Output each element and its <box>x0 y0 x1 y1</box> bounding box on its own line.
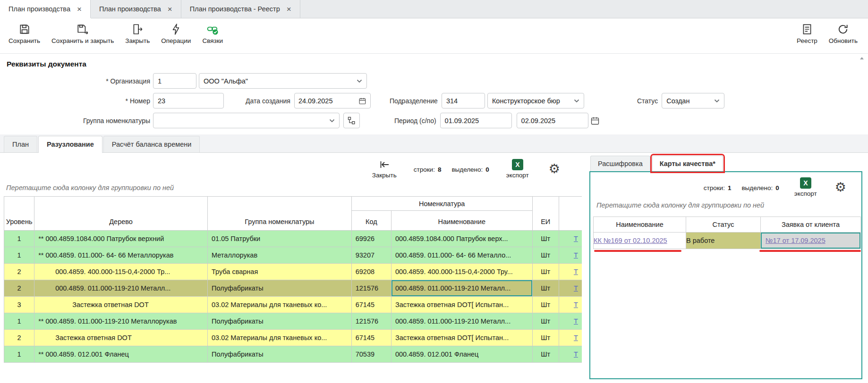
operations-button[interactable]: Операции <box>155 21 196 46</box>
export-button[interactable]: X экспорт <box>503 158 532 179</box>
number-label: * Номер <box>7 97 153 105</box>
close-icon[interactable]: × <box>287 5 291 13</box>
col-header-t[interactable] <box>559 197 582 231</box>
col-header-unit[interactable]: ЕИ <box>532 197 559 231</box>
refresh-button[interactable]: Обновить <box>823 21 863 46</box>
organization-select[interactable]: ООО "Альфа" <box>199 73 367 89</box>
tab-razuzlovanie[interactable]: Разузлование <box>38 136 102 153</box>
table-row[interactable]: 1 ** 000.4859. 012.001 Фланец Полуфабрик… <box>4 346 582 363</box>
refresh-icon <box>837 23 849 35</box>
rows-count-value: 1 <box>728 184 732 192</box>
client-request-link[interactable]: №17 от 17.09.2025 <box>766 237 825 244</box>
status-cell: В работе <box>686 233 761 249</box>
quality-counters: строки: 1 выделено: 0 <box>704 184 779 192</box>
table-row-selected[interactable]: 2 000.4859. 011.000-119-210 Металл... По… <box>4 280 582 297</box>
operations-label: Операции <box>161 37 191 44</box>
grid-close-button[interactable]: Закрыть <box>369 158 400 179</box>
quality-panel-tabs: Расшифровка Карты качества* <box>589 153 862 171</box>
col-header-group[interactable]: Группа номенклатуры <box>208 197 352 231</box>
table-row[interactable]: 1 ** 000.4859.1084.000 Патрубок верхний … <box>4 231 582 247</box>
focused-cell[interactable]: №17 от 17.09.2025 <box>761 233 860 249</box>
quality-cards-table: Наименование Статус Заявка от клиента КК… <box>593 216 861 249</box>
tech-card-link[interactable]: Т <box>574 334 578 341</box>
col-header-status[interactable]: Статус <box>686 217 761 233</box>
save-and-close-button[interactable]: Сохранить и закрыть <box>46 21 119 46</box>
group-tree-button[interactable] <box>343 113 360 128</box>
number-input[interactable] <box>153 93 224 108</box>
links-button[interactable]: Связки <box>196 21 229 46</box>
table-row[interactable]: 2 Застежка ответная DOT 03.02 Материалы … <box>4 330 582 346</box>
division-label: Подразделение <box>390 97 438 105</box>
status-select-value: Создан <box>666 97 689 105</box>
close-icon[interactable]: × <box>168 5 172 13</box>
browser-tab-plan-2[interactable]: План производства × <box>91 0 181 18</box>
table-row[interactable]: 3 Застежка ответная DOT 03.02 Материалы … <box>4 297 582 313</box>
col-header-nomenclature[interactable]: Номенклатура <box>351 197 532 211</box>
quality-toolbar: строки: 1 выделено: 0 X экспорт ⚙ <box>590 173 861 198</box>
table-row[interactable]: 1 ** 000.4859. 011.000-119-210 Металлору… <box>4 313 582 330</box>
tech-card-link[interactable]: Т <box>574 350 578 358</box>
tech-card-link[interactable]: Т <box>574 284 578 292</box>
quality-card-link[interactable]: КК №169 от 02.10.2025 <box>594 237 667 244</box>
tab-time-balance[interactable]: Расчёт баланса времени <box>103 136 200 152</box>
status-label: Статус <box>637 97 658 105</box>
tech-card-link[interactable]: Т <box>574 235 578 242</box>
quality-card-row[interactable]: КК №169 от 02.10.2025 В работе №17 от 17… <box>594 233 861 249</box>
focused-cell[interactable]: 000.4859. 011.000-119-210 Металл... <box>391 280 532 297</box>
save-and-close-icon <box>77 23 89 35</box>
col-header-name[interactable]: Наименование <box>391 211 532 231</box>
chevron-down-icon <box>714 99 720 103</box>
division-select[interactable]: Конструкторское бюр <box>487 93 584 108</box>
period-to-input[interactable] <box>517 113 588 128</box>
explosion-panel: Закрыть строки: 8 выделено: 0 X экспорт … <box>0 153 582 383</box>
explosion-table: Уровень Дерево Группа номенклатуры Номен… <box>4 196 582 363</box>
col-header-level[interactable]: Уровень <box>4 197 34 231</box>
tab-quality-cards[interactable]: Карты качества* <box>652 156 723 171</box>
rows-count-value: 8 <box>438 166 442 173</box>
annotation-underline <box>594 250 681 252</box>
content-panels: Закрыть строки: 8 выделено: 0 X экспорт … <box>0 153 868 383</box>
selected-count-label: выделено: <box>451 166 483 173</box>
close-icon[interactable]: × <box>77 5 82 13</box>
browser-tab-registry[interactable]: План производства - Реестр × <box>181 0 300 18</box>
division-code-input[interactable] <box>442 93 485 108</box>
tech-card-link[interactable]: Т <box>574 301 578 308</box>
groupby-hint: Перетащите сюда колонку для группировки … <box>590 198 861 214</box>
tab-plan[interactable]: План <box>4 136 37 152</box>
gear-icon[interactable]: ⚙ <box>546 162 563 176</box>
tab-rasshifrovka[interactable]: Расшифровка <box>590 156 650 171</box>
col-header-client-request[interactable]: Заявка от клиента <box>761 217 861 233</box>
save-button[interactable]: Сохранить <box>3 21 46 46</box>
gear-icon[interactable]: ⚙ <box>832 181 849 194</box>
browser-tab-label: План производства <box>9 5 70 13</box>
division-select-value: Конструкторское бюр <box>492 97 560 105</box>
links-label: Связки <box>202 37 223 44</box>
created-date-field[interactable] <box>294 93 371 108</box>
tech-card-link[interactable]: Т <box>574 317 578 325</box>
tech-card-link[interactable]: Т <box>574 251 578 259</box>
status-select[interactable]: Создан <box>662 93 724 108</box>
created-date-input[interactable] <box>298 97 356 105</box>
col-header-name[interactable]: Наименование <box>594 217 686 233</box>
close-document-button[interactable]: Закрыть <box>119 21 155 46</box>
period-calendar-button[interactable] <box>588 113 602 128</box>
col-header-code[interactable]: Код <box>351 211 391 231</box>
collapse-section-icon[interactable] <box>859 54 864 61</box>
export-button[interactable]: X экспорт <box>791 177 820 198</box>
registry-button[interactable]: Реестр <box>791 21 823 46</box>
groupby-hint: Перетащите сюда колонку для группировки … <box>0 180 582 196</box>
nomenclature-group-select[interactable] <box>153 113 340 128</box>
quality-panel: Расшифровка Карты качества* строки: 1 вы… <box>589 153 862 379</box>
organization-code-input[interactable] <box>153 73 196 89</box>
calendar-icon[interactable] <box>358 96 366 106</box>
period-from-input[interactable] <box>440 113 512 128</box>
tech-card-link[interactable]: Т <box>574 268 578 275</box>
links-check-icon <box>206 23 219 35</box>
col-header-tree[interactable]: Дерево <box>34 197 208 231</box>
table-row[interactable]: 1 ** 000.4859. 011.000- 64- 66 Металлору… <box>4 247 582 264</box>
form-row-organization: * Организация ООО "Альфа" <box>7 73 868 89</box>
tree-icon <box>347 116 357 125</box>
table-row[interactable]: 2 000.4859. 400.000-115-0,4-2000 Тр... Т… <box>4 264 582 280</box>
browser-tab-plan-1[interactable]: План производства × <box>0 0 91 18</box>
export-label: экспорт <box>794 190 817 197</box>
